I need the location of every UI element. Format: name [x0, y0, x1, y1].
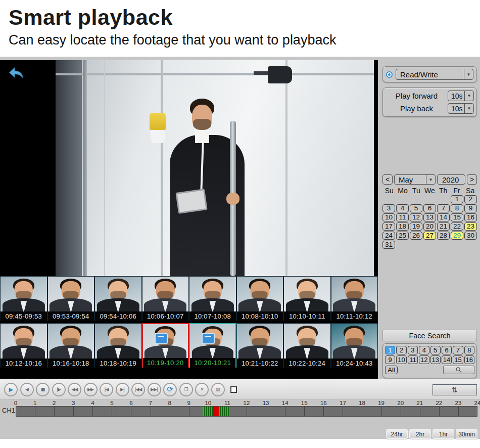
- timeline-zoom-1hr-button[interactable]: 1hr: [433, 429, 454, 439]
- save-button[interactable]: ▤: [211, 383, 225, 396]
- thumbnail[interactable]: 10:10-10:11: [283, 276, 331, 321]
- next-frame-button[interactable]: ▶|: [116, 383, 129, 396]
- play-reverse-button[interactable]: ◀: [20, 383, 34, 396]
- thumbnail[interactable]: 10:20-10:21: [189, 323, 236, 368]
- timeline-checkbox[interactable]: [230, 386, 237, 393]
- channel-button[interactable]: 15: [453, 355, 463, 364]
- calendar-day[interactable]: 27: [423, 232, 436, 240]
- thumbnail[interactable]: 10:21-10:22: [236, 323, 284, 368]
- thumbnail[interactable]: 09:53-09:54: [47, 276, 95, 321]
- thumbnail[interactable]: 09:54-10:06: [94, 276, 142, 321]
- calendar-day[interactable]: 15: [451, 213, 463, 221]
- jump-start-button[interactable]: |◀◀: [131, 383, 145, 396]
- stream-type-select[interactable]: Read/Write ▼: [396, 69, 473, 80]
- thumbnail[interactable]: 10:11-10:12: [331, 276, 378, 321]
- play-setting-select[interactable]: 10s▼: [448, 91, 474, 101]
- loop-button[interactable]: ⟳: [163, 383, 177, 396]
- multi-window-button[interactable]: ❐: [179, 383, 193, 396]
- calendar-day[interactable]: 11: [396, 213, 409, 221]
- calendar-day[interactable]: 30: [464, 232, 477, 240]
- jump-end-button[interactable]: ▶▶|: [148, 383, 161, 396]
- channel-button[interactable]: 4: [419, 346, 429, 354]
- thumbnail[interactable]: 10:18-10:19: [94, 323, 142, 368]
- calendar-day[interactable]: 28: [437, 232, 450, 240]
- thumbnail[interactable]: 10:12-10:16: [0, 323, 47, 368]
- calendar-day[interactable]: 26: [410, 232, 422, 240]
- back-arrow-icon[interactable]: [7, 64, 26, 81]
- calendar-day[interactable]: 7: [437, 204, 450, 212]
- radio-selected-icon[interactable]: [386, 71, 393, 78]
- calendar-day[interactable]: 24: [382, 232, 395, 240]
- calendar-day[interactable]: 5: [410, 204, 422, 212]
- calendar-day[interactable]: 22: [451, 222, 463, 231]
- calendar-day[interactable]: 18: [396, 222, 409, 231]
- calendar-day[interactable]: 29: [451, 232, 463, 240]
- thumbnail[interactable]: 10:16-10:18: [47, 323, 95, 368]
- channel-button[interactable]: 7: [453, 346, 463, 354]
- chevron-down-icon[interactable]: ▼: [426, 175, 435, 184]
- month-select[interactable]: May ▼: [394, 174, 436, 185]
- channel-all-button[interactable]: All: [385, 366, 398, 374]
- channel-button[interactable]: 1: [385, 346, 395, 354]
- chevron-down-icon[interactable]: ▼: [464, 69, 473, 79]
- cut-button[interactable]: ✕: [195, 383, 209, 396]
- thumbnail[interactable]: 10:24-10:43: [331, 323, 378, 368]
- calendar-day[interactable]: 10: [382, 213, 395, 221]
- calendar-day[interactable]: 3: [382, 204, 395, 212]
- play-button[interactable]: ▶: [4, 383, 18, 396]
- thumbnail[interactable]: 10:07-10:08: [189, 276, 236, 321]
- thumbnail[interactable]: 10:08-10:10: [236, 276, 284, 321]
- calendar-day[interactable]: 19: [410, 222, 422, 231]
- channel-button[interactable]: 3: [408, 346, 418, 354]
- calendar-day[interactable]: 25: [396, 232, 409, 240]
- calendar-day[interactable]: 14: [437, 213, 450, 221]
- calendar-day[interactable]: 1: [451, 195, 463, 203]
- channel-button[interactable]: 10: [396, 355, 406, 364]
- calendar-day[interactable]: 4: [396, 204, 409, 212]
- prev-frame-button[interactable]: |◀: [100, 383, 113, 396]
- channel-button[interactable]: 11: [408, 355, 418, 364]
- calendar-day[interactable]: 9: [464, 204, 477, 212]
- timeline-zoom-30min-button[interactable]: 30min: [456, 429, 477, 439]
- swap-channel-button[interactable]: ⇅: [433, 384, 477, 395]
- chevron-down-icon[interactable]: ▼: [464, 91, 473, 101]
- channel-button[interactable]: 8: [464, 346, 474, 354]
- calendar-next-button[interactable]: >: [467, 174, 477, 185]
- calendar-day[interactable]: 23: [464, 222, 477, 231]
- channel-button[interactable]: 12: [419, 355, 429, 364]
- calendar-day[interactable]: 2: [464, 195, 477, 203]
- face-search-button[interactable]: Face Search: [382, 330, 477, 341]
- play-setting-select[interactable]: 10s▼: [448, 103, 474, 114]
- stop-button[interactable]: ■: [36, 383, 50, 396]
- channel-button[interactable]: 2: [396, 346, 406, 354]
- channel-button[interactable]: 6: [442, 346, 452, 354]
- calendar-day[interactable]: 31: [382, 241, 395, 249]
- calendar-day[interactable]: 21: [437, 222, 450, 231]
- timeline-zoom-2hr-button[interactable]: 2hr: [409, 429, 431, 439]
- calendar-day[interactable]: 20: [423, 222, 436, 231]
- year-field[interactable]: 2020: [437, 174, 465, 185]
- thumbnail[interactable]: 09:45-09:53: [0, 276, 47, 321]
- channel-button[interactable]: 5: [430, 346, 441, 354]
- calendar-day[interactable]: 17: [382, 222, 395, 231]
- timeline-zoom-24hr-button[interactable]: 24hr: [386, 429, 408, 439]
- thumbnail[interactable]: 10:19-10:20: [142, 323, 189, 368]
- calendar-day[interactable]: 12: [410, 213, 422, 221]
- channel-button[interactable]: 13: [430, 355, 441, 364]
- fast-forward-button[interactable]: ▶▶: [84, 383, 98, 396]
- calendar-day[interactable]: 13: [423, 213, 436, 221]
- channel-button[interactable]: 14: [442, 355, 452, 364]
- calendar-day[interactable]: 6: [423, 204, 436, 212]
- video-viewport[interactable]: [0, 60, 378, 276]
- channel-button[interactable]: 16: [464, 355, 474, 364]
- calendar-day[interactable]: 16: [464, 213, 477, 221]
- frame-step-button[interactable]: |▶: [52, 383, 66, 396]
- calendar-day[interactable]: 8: [451, 204, 463, 212]
- channel-button[interactable]: 9: [385, 355, 395, 364]
- chevron-down-icon[interactable]: ▼: [464, 104, 473, 113]
- calendar-prev-button[interactable]: <: [382, 174, 393, 185]
- thumbnail[interactable]: 10:22-10:24: [283, 323, 331, 368]
- timeline-bar[interactable]: [16, 406, 477, 417]
- rewind-button[interactable]: ◀◀: [68, 383, 81, 396]
- thumbnail[interactable]: 10:06-10:07: [142, 276, 189, 321]
